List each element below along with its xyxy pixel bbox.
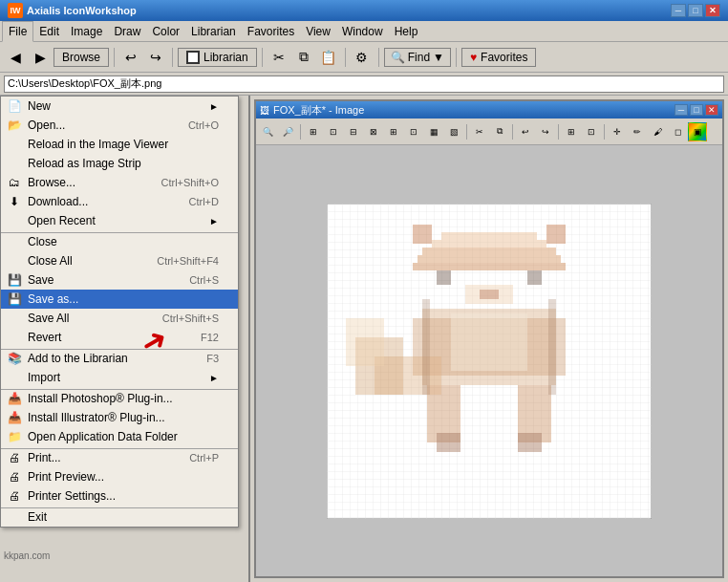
undo-tool[interactable]: ↩ (516, 122, 535, 141)
menu-item-save-as[interactable]: 💾 Save as... (1, 290, 238, 309)
forward-button[interactable]: ▶ (29, 46, 52, 69)
svg-rect-6 (413, 263, 566, 270)
image-canvas-area (256, 145, 722, 576)
menu-item-printer-settings[interactable]: 🖨 Printer Settings... (1, 486, 238, 506)
menu-item-print[interactable]: 🖨 Print... Ctrl+P (1, 448, 238, 467)
reload-strip-icon (7, 156, 22, 171)
image-close[interactable]: ✕ (705, 104, 718, 116)
menu-color[interactable]: Color (146, 22, 185, 41)
table2-tool[interactable]: ⊡ (582, 122, 601, 141)
new-icon: 📄 (7, 98, 22, 114)
move-tool[interactable]: ✛ (608, 122, 627, 141)
menu-item-close[interactable]: Close (1, 232, 238, 251)
pencil-tool[interactable]: ✏ (628, 122, 647, 141)
menu-item-close-all[interactable]: Close All Ctrl+Shift+F4 (1, 251, 238, 270)
cut-button[interactable]: ✂ (268, 46, 290, 69)
table1-tool[interactable]: ⊞ (562, 122, 581, 141)
eraser-tool[interactable]: ◻ (668, 122, 687, 141)
menu-draw[interactable]: Draw (108, 22, 146, 41)
close-all-icon (7, 253, 22, 269)
copy-button[interactable]: ⧉ (292, 46, 315, 69)
menu-item-save[interactable]: 💾 Save Ctrl+S (1, 270, 238, 290)
svg-rect-10 (527, 270, 542, 285)
menu-edit[interactable]: Edit (33, 22, 65, 41)
redo-button[interactable]: ↪ (144, 46, 167, 69)
menu-item-photoshop[interactable]: 📥 Install Photoshop® Plug-in... (1, 389, 238, 408)
recent-icon (7, 213, 22, 228)
grid5-button[interactable]: ⊞ (384, 122, 403, 141)
window-controls: ─ □ ✕ (671, 4, 720, 17)
menu-favorites[interactable]: Favorites (242, 22, 300, 41)
zoom-out-button[interactable]: 🔎 (278, 122, 297, 141)
svg-rect-5 (418, 255, 561, 263)
img-separator-3 (512, 124, 513, 140)
menu-item-reload-viewer[interactable]: Reload in the Image Viewer (1, 135, 238, 154)
menu-item-reload-strip[interactable]: Reload as Image Strip (1, 154, 238, 173)
close-button[interactable]: ✕ (705, 4, 720, 17)
img-separator-5 (604, 124, 605, 140)
menu-window[interactable]: Window (336, 22, 389, 41)
menu-item-print-preview[interactable]: 🖨 Print Preview... (1, 467, 238, 486)
save-all-icon (7, 311, 22, 326)
grid4-button[interactable]: ⊠ (364, 122, 383, 141)
zoom-in-button[interactable]: 🔍 (258, 122, 277, 141)
paint-tool[interactable]: 🖌 (648, 122, 667, 141)
menu-file[interactable]: File (2, 21, 33, 42)
menu-image[interactable]: Image (65, 22, 108, 41)
redo-tool[interactable]: ↪ (536, 122, 555, 141)
menu-item-illustrator[interactable]: 📥 Install Illustrator® Plug-in... (1, 408, 238, 427)
svg-rect-2 (441, 232, 537, 240)
image-minimize[interactable]: ─ (674, 104, 688, 116)
favorites-heart-icon: ♥ (470, 51, 477, 64)
app-icon: IW (8, 3, 23, 18)
separator-2 (172, 48, 173, 67)
pixel-art-canvas (327, 204, 652, 519)
grid-button[interactable]: ⊞ (304, 122, 323, 141)
minimize-button[interactable]: ─ (671, 4, 686, 17)
color-tool[interactable]: ▣ (688, 122, 707, 141)
find-button[interactable]: 🔍 Find ▼ (384, 48, 451, 67)
maximize-button[interactable]: □ (688, 4, 703, 17)
menu-item-save-all[interactable]: Save All Ctrl+Shift+S (1, 309, 238, 328)
settings-button[interactable]: ⚙ (351, 46, 374, 69)
menu-item-browse[interactable]: 🗂 Browse... Ctrl+Shift+O (1, 173, 238, 192)
menu-view[interactable]: View (300, 22, 336, 41)
menu-item-new[interactable]: 📄 New ► (1, 97, 238, 116)
menu-item-exit[interactable]: Exit (1, 507, 238, 527)
save-as-icon: 💾 (7, 291, 22, 307)
cut-tool[interactable]: ✂ (470, 122, 489, 141)
grid6-button[interactable]: ⊡ (404, 122, 423, 141)
menu-item-download[interactable]: ⬇ Download... Ctrl+D (1, 192, 238, 211)
menu-item-app-data[interactable]: 📁 Open Application Data Folder (1, 427, 238, 446)
image-window: 🖼 FOX_副本* - Image ─ □ ✕ 🔍 🔎 ⊞ ⊡ ⊟ ⊠ ⊞ ⊡ (254, 99, 724, 578)
undo-button[interactable]: ↩ (119, 46, 142, 69)
favorites-button[interactable]: ♥ Favorites (461, 48, 536, 67)
menu-item-open[interactable]: 📂 Open... Ctrl+O (1, 116, 238, 135)
grid3-button[interactable]: ⊟ (344, 122, 363, 141)
toolbar: ◀ ▶ Browse ↩ ↪ Librarian ✂ ⧉ 📋 ⚙ 🔍 Find … (0, 42, 728, 73)
librarian-button[interactable]: Librarian (178, 48, 257, 67)
address-input[interactable] (4, 75, 724, 93)
grid8-button[interactable]: ▧ (444, 122, 463, 141)
menu-item-open-recent[interactable]: Open Recent ► (1, 211, 238, 230)
browse-button[interactable]: Browse (54, 48, 109, 67)
copy-tool[interactable]: ⧉ (490, 122, 509, 141)
find-label: Find (408, 51, 430, 64)
image-window-icon: 🖼 (260, 105, 269, 116)
back-button[interactable]: ◀ (4, 46, 27, 69)
svg-rect-7 (413, 225, 432, 244)
grid7-button[interactable]: ▦ (424, 122, 443, 141)
image-title-bar: 🖼 FOX_副本* - Image ─ □ ✕ (256, 101, 722, 119)
menu-help[interactable]: Help (389, 22, 424, 41)
menu-item-revert[interactable]: Revert F12 (1, 328, 238, 347)
menu-item-add-librarian[interactable]: 📚 Add to the Librarian F3 (1, 349, 238, 368)
librarian-add-icon: 📚 (7, 351, 22, 366)
svg-rect-3 (432, 240, 546, 248)
menu-librarian[interactable]: Librarian (185, 22, 242, 41)
paste-button[interactable]: 📋 (317, 46, 340, 69)
exit-icon (7, 509, 22, 525)
separator-1 (114, 48, 115, 67)
menu-item-import[interactable]: Import ► (1, 368, 238, 387)
image-maximize[interactable]: □ (690, 104, 703, 116)
grid2-button[interactable]: ⊡ (324, 122, 343, 141)
